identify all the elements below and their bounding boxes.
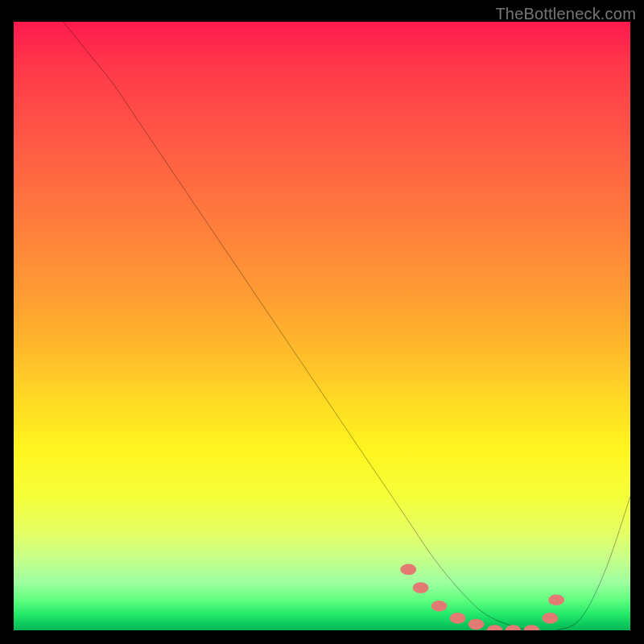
plot-frame	[14, 22, 630, 630]
chart-canvas: TheBottleneck.com	[0, 0, 644, 644]
plot-area	[14, 22, 630, 630]
background-gradient	[14, 22, 630, 630]
attribution-label: TheBottleneck.com	[495, 5, 636, 23]
